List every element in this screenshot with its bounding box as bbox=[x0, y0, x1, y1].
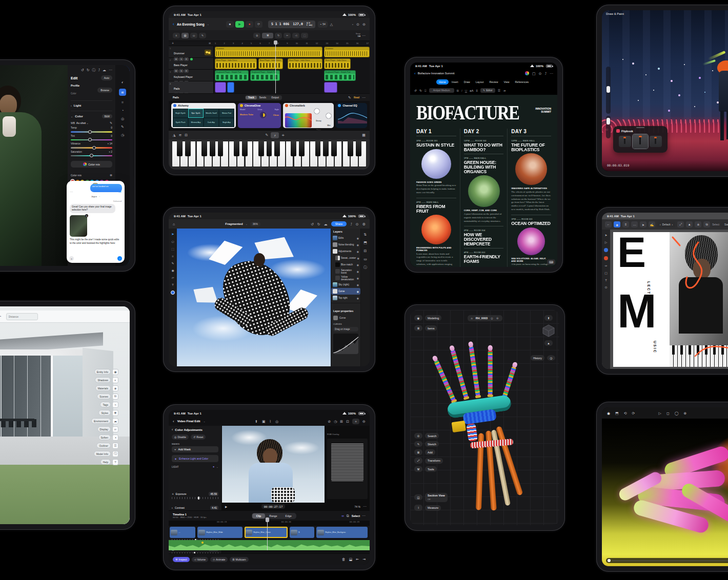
fade-tool-icon[interactable]: ◁ bbox=[292, 33, 299, 38]
tool-sketch[interactable]: Sketch bbox=[425, 441, 439, 447]
cycle-button[interactable]: ⟳ bbox=[255, 21, 262, 28]
search-icon[interactable]: ⊙ bbox=[539, 72, 542, 75]
play-icon[interactable]: ▷ bbox=[658, 411, 661, 415]
panel-model-info[interactable]: Model Infoⓘ bbox=[94, 451, 118, 457]
node-tool-icon[interactable]: ▷ bbox=[605, 241, 608, 244]
eye-icon[interactable]: ◉ bbox=[357, 270, 359, 273]
piano-black-key[interactable] bbox=[291, 141, 296, 156]
collapse-icon[interactable]: ⊖ bbox=[496, 317, 499, 320]
eraser-tool-icon[interactable]: ▱ bbox=[172, 276, 174, 279]
send-button[interactable]: ↑ bbox=[117, 256, 122, 261]
tab-references[interactable]: References bbox=[513, 79, 532, 85]
flipbook-frame[interactable] bbox=[650, 136, 662, 147]
bass-region[interactable]: Bass Player - Indie Disco bbox=[215, 58, 257, 69]
share-button[interactable]: Share bbox=[331, 221, 347, 226]
add-icon[interactable]: ⊞ bbox=[414, 449, 422, 455]
crop-tool-icon[interactable]: ⌗ bbox=[172, 255, 173, 258]
browse-button[interactable]: Browse bbox=[97, 88, 112, 93]
context-label[interactable]: Default bbox=[662, 223, 671, 226]
bw-button[interactable]: B&W bbox=[102, 114, 112, 118]
zoom-level[interactable]: 36% bbox=[250, 222, 260, 226]
eye-icon[interactable]: ◉ bbox=[357, 250, 359, 253]
preset[interactable]: Bright Arp bbox=[219, 118, 234, 127]
slider-handle[interactable] bbox=[92, 146, 96, 150]
play-button[interactable]: ▶ bbox=[235, 21, 244, 28]
zoom-tool-icon[interactable]: ⊙ bbox=[604, 286, 607, 289]
stop-button[interactable]: ■ bbox=[226, 21, 234, 28]
select-tool-icon[interactable]: ⬚ bbox=[171, 247, 174, 251]
paste-style-icon[interactable]: ⌻ bbox=[424, 89, 427, 92]
bass-region[interactable]: Bass Player - Indie Disco bbox=[258, 58, 283, 69]
items-chip[interactable]: Items bbox=[425, 325, 437, 331]
color-swatch[interactable] bbox=[171, 291, 175, 295]
piano-black-key[interactable] bbox=[234, 141, 239, 156]
distance-input[interactable] bbox=[6, 313, 38, 320]
adjustment-exposure[interactable]: ☀Exposure45.59 bbox=[172, 492, 218, 499]
more-icon[interactable]: ⋯ bbox=[362, 514, 366, 517]
piano-black-key[interactable] bbox=[323, 141, 329, 156]
panel-styles[interactable]: Styles❖ bbox=[98, 410, 118, 416]
piano-black-key[interactable] bbox=[177, 141, 183, 156]
render-target-icon[interactable]: ◉ bbox=[607, 411, 610, 415]
italic-button[interactable]: I bbox=[461, 89, 462, 92]
track-header[interactable]: 2 Bass Player MSR bbox=[169, 58, 213, 70]
flip-icon[interactable]: ▲ bbox=[686, 221, 693, 227]
shape-tool-icon[interactable]: ▢ bbox=[604, 272, 608, 275]
lock-icon[interactable]: ⬒ bbox=[615, 411, 619, 415]
panel-outliner[interactable]: Outliner☰ bbox=[96, 443, 118, 448]
history-chip[interactable]: History bbox=[531, 355, 544, 361]
eye-icon[interactable]: ◉ bbox=[357, 283, 359, 286]
connect-icon[interactable]: ∞ bbox=[341, 514, 344, 517]
play-icon[interactable]: ▶ bbox=[225, 505, 227, 508]
brush-tool-icon[interactable]: ✎ bbox=[171, 262, 174, 265]
drummer-region[interactable]: Drummer bbox=[324, 47, 370, 57]
piano-black-key[interactable] bbox=[218, 141, 224, 156]
menu-icon[interactable]: ≡ bbox=[622, 221, 629, 227]
scrubber-handle[interactable] bbox=[608, 559, 611, 562]
back-icon[interactable]: ← bbox=[605, 221, 612, 227]
piano-toggle-icon[interactable]: ▦ bbox=[362, 133, 366, 137]
help-icon[interactable]: ⊙ bbox=[356, 23, 359, 26]
transform-icon[interactable]: ⤢ bbox=[677, 221, 684, 227]
export-icon[interactable]: ⬆ bbox=[544, 315, 553, 321]
home-icon[interactable]: ⌂ bbox=[471, 317, 473, 320]
tool-search[interactable]: Search bbox=[425, 433, 439, 439]
piano-black-key[interactable] bbox=[331, 141, 337, 156]
render-canvas[interactable] bbox=[602, 419, 728, 566]
cloud-icon[interactable]: ☁ bbox=[103, 68, 106, 72]
blend-icon[interactable]: ⬒ bbox=[363, 241, 367, 244]
close-icon[interactable]: ⊗ bbox=[110, 174, 112, 177]
cursor-tool-icon[interactable]: ➤ bbox=[640, 221, 646, 227]
eye-icon[interactable]: ◉ bbox=[357, 257, 359, 260]
heal-icon[interactable]: ◎ bbox=[121, 117, 124, 120]
panel-help[interactable]: Help? bbox=[100, 459, 118, 465]
context-prev-icon[interactable]: ‹ bbox=[660, 223, 661, 226]
transform-icon[interactable]: ⤢ bbox=[414, 458, 422, 464]
add-mask-button[interactable]: +Add Mask bbox=[172, 446, 218, 452]
orient-icon[interactable]: ▲ bbox=[544, 340, 553, 346]
history-forward-icon[interactable]: ⟳ bbox=[632, 411, 635, 415]
layer-row-selected[interactable]: Curve◉ bbox=[331, 288, 360, 295]
more-icon[interactable]: ⋯ bbox=[363, 505, 367, 508]
mode-tab-clip[interactable]: Clip bbox=[252, 513, 265, 519]
media-icon[interactable]: ⊡ bbox=[346, 420, 349, 423]
plugin-alchemy[interactable]: Alchemy Bright Synth Epic Synth Metallic… bbox=[171, 103, 236, 128]
vibrance-slider[interactable] bbox=[71, 147, 112, 149]
tools-icon[interactable]: ⚒ bbox=[414, 466, 422, 472]
underline-button[interactable]: U bbox=[465, 89, 467, 92]
bass-region[interactable]: Bass Player - Indie Disco bbox=[324, 58, 351, 69]
piano-black-key[interactable] bbox=[242, 141, 248, 156]
select-menu[interactable]: Select bbox=[712, 223, 719, 226]
disable-button[interactable]: ◎Disable bbox=[172, 434, 189, 440]
eye-icon[interactable]: ◉ bbox=[357, 290, 359, 293]
viewer[interactable] bbox=[222, 426, 325, 503]
tab-sends[interactable]: Sends bbox=[257, 96, 269, 99]
font-field[interactable]: Antipol Medium bbox=[429, 88, 454, 93]
settings-icon[interactable]: ⚙ bbox=[362, 222, 366, 226]
light-section-label[interactable]: Light bbox=[74, 104, 82, 107]
back-icon[interactable]: ‹ bbox=[173, 22, 174, 27]
history-back-icon[interactable]: ⟲ bbox=[624, 411, 627, 415]
measure-icon[interactable]: ⟟ bbox=[414, 505, 422, 511]
preset-icon[interactable]: ◐ bbox=[122, 80, 124, 84]
piano-black-key[interactable] bbox=[299, 141, 305, 156]
